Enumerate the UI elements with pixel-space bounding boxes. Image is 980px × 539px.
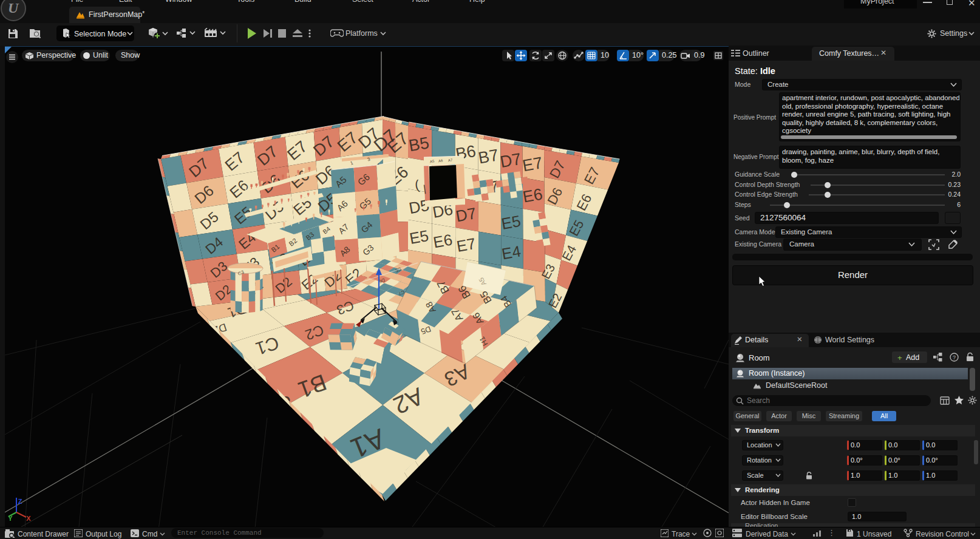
svg-text:Y: Y [8, 515, 13, 522]
svg-text:E5: E5 [500, 212, 522, 233]
svg-text:X: X [26, 515, 31, 522]
svg-text:B7: B7 [477, 145, 500, 167]
svg-text:E6: E6 [522, 185, 544, 206]
svg-text:?: ? [953, 354, 956, 361]
svg-text:B5: B5 [407, 133, 430, 155]
svg-text:E4: E4 [500, 242, 522, 262]
svg-text:E6: E6 [432, 231, 454, 251]
svg-text:E5: E5 [408, 227, 430, 247]
svg-text:E7: E7 [455, 235, 477, 255]
svg-text:E7: E7 [521, 153, 544, 175]
svg-text:D7: D7 [454, 204, 477, 225]
svg-text:Z: Z [18, 498, 22, 505]
